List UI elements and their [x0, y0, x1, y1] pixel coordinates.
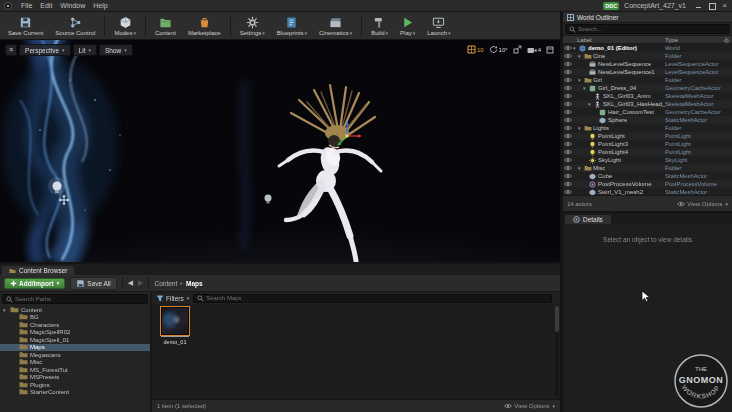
- toolbar-button-settings[interactable]: Settings▾: [234, 13, 271, 39]
- translate-snap-toggle[interactable]: 10: [467, 45, 484, 54]
- visibility-eye-icon[interactable]: [563, 77, 573, 83]
- outliner-row[interactable]: ▾CineFolder: [563, 52, 732, 60]
- menu-help[interactable]: Help: [89, 2, 111, 9]
- asset-grid[interactable]: demo_01: [152, 304, 560, 399]
- actor-type: PointLight: [665, 133, 691, 139]
- details-tab[interactable]: Details: [565, 215, 611, 224]
- close-button[interactable]: ×: [721, 2, 728, 9]
- visibility-eye-icon[interactable]: [563, 117, 573, 123]
- outliner-row[interactable]: ▾Girl_Dress_04GeometryCacheActor: [563, 84, 732, 92]
- visibility-eye-icon[interactable]: [563, 125, 573, 131]
- toolbar-button-launch[interactable]: Launch▾: [421, 13, 456, 39]
- forward-button[interactable]: ▶: [138, 279, 143, 287]
- toolbar-button-cinematics[interactable]: Cinematics▾: [313, 13, 358, 39]
- outliner-row[interactable]: PointLight4PointLight: [563, 148, 732, 156]
- visibility-eye-icon[interactable]: [563, 61, 573, 67]
- maximize-button[interactable]: [708, 2, 715, 9]
- outliner-row[interactable]: ▾MiscFolder: [563, 164, 732, 172]
- viewport-options-menu-icon[interactable]: ≡: [5, 44, 17, 56]
- outliner-footer: 14 actors View Options ▾: [563, 195, 732, 211]
- actor-type: PostProcessVolume: [665, 181, 717, 187]
- outliner-row[interactable]: PointLight3PointLight: [563, 140, 732, 148]
- toolbar-button-marketplace[interactable]: Marketplace: [182, 13, 227, 39]
- folder-icon: [19, 388, 28, 396]
- menu-window[interactable]: Window: [56, 2, 89, 9]
- outliner-row[interactable]: NewLevelSequence1LevelSequenceActor: [563, 68, 732, 76]
- toolbar-button-source-control[interactable]: Source Control: [49, 13, 101, 39]
- viewport-lit-button[interactable]: Lit▾: [73, 44, 97, 56]
- visibility-eye-icon[interactable]: [563, 45, 573, 51]
- world-outliner-tab[interactable]: World Outliner: [563, 12, 732, 23]
- filters-button[interactable]: Filters ▾: [156, 295, 189, 302]
- outliner-row[interactable]: SKL_Girl03_AnimSkeletalMeshActor: [563, 92, 732, 100]
- level-viewport[interactable]: ≡ Perspective▾Lit▾Show▾ 10 10° 4: [0, 40, 560, 262]
- outliner-row[interactable]: ▾demo_01 (Editor)World: [563, 44, 732, 52]
- search-assets-input[interactable]: Search Maps: [193, 294, 552, 303]
- actor-type: SkeletalMeshActor: [665, 101, 713, 107]
- visibility-eye-icon[interactable]: [563, 85, 573, 91]
- maximize-viewport-button[interactable]: [546, 46, 554, 54]
- visibility-eye-icon[interactable]: [563, 69, 573, 75]
- visibility-eye-icon[interactable]: [563, 165, 573, 171]
- toolbar-button-build[interactable]: Build▾: [365, 13, 394, 39]
- column-type[interactable]: Type: [665, 37, 678, 43]
- outliner-row[interactable]: PointLightPointLight: [563, 132, 732, 140]
- actor-label: PointLight4: [598, 149, 628, 155]
- viewport-show-button[interactable]: Show▾: [99, 44, 133, 56]
- camera-speed-button[interactable]: 4: [527, 46, 541, 54]
- outliner-row[interactable]: ▾SKL_Girl03_HasHead_AnimSkeletalMeshActo…: [563, 100, 732, 108]
- viewport-perspective-button[interactable]: Perspective▾: [19, 44, 70, 56]
- search-paths-input[interactable]: Search Paths: [2, 294, 148, 304]
- rotate-snap-toggle[interactable]: 10°: [489, 45, 508, 54]
- toolbar-button-save-current[interactable]: Save Current: [2, 13, 49, 39]
- outliner-view-options-button[interactable]: View Options ▾: [677, 201, 728, 207]
- breadcrumb-content[interactable]: Content: [154, 280, 177, 287]
- add-import-button[interactable]: Add/Import ▾: [4, 278, 65, 289]
- toolbar-button-modes[interactable]: Modes▾: [108, 13, 142, 39]
- toolbar-button-play[interactable]: Play▾: [394, 13, 421, 39]
- content-tree-item-startercontent[interactable]: StarterContent: [0, 389, 150, 397]
- toolbar-button-blueprints[interactable]: Blueprints▾: [271, 13, 313, 39]
- visibility-eye-icon[interactable]: [563, 189, 573, 195]
- outliner-row[interactable]: NewLevelSequenceLevelSequenceActor: [563, 60, 732, 68]
- viewport-mode-buttons: Perspective▾Lit▾Show▾: [19, 44, 133, 56]
- cb-view-options-button[interactable]: View Options ▾: [504, 403, 555, 409]
- actor-label: Cube: [598, 173, 612, 179]
- visibility-eye-icon[interactable]: [563, 109, 573, 115]
- visibility-eye-icon[interactable]: [563, 53, 573, 59]
- asset-tile-demo-01[interactable]: demo_01: [160, 307, 190, 345]
- content-browser-tab[interactable]: Content Browser: [2, 266, 74, 275]
- asset-status-bar: 1 item (1 selected) View Options ▾: [152, 399, 560, 412]
- outliner-row[interactable]: PostProcessVolumePostProcessVolume: [563, 180, 732, 188]
- toolbar-button-content[interactable]: Content: [149, 13, 182, 39]
- visibility-eye-icon[interactable]: [563, 181, 573, 187]
- minimize-button[interactable]: [695, 2, 702, 9]
- outliner-row[interactable]: ▾LightsFolder: [563, 124, 732, 132]
- menu-edit[interactable]: Edit: [36, 2, 56, 9]
- menu-file[interactable]: File: [17, 2, 36, 9]
- outliner-row[interactable]: Hair_CustomTestGeometryCacheActor: [563, 108, 732, 116]
- breadcrumb-maps[interactable]: Maps: [186, 280, 203, 287]
- visibility-eye-icon[interactable]: [563, 157, 573, 163]
- visibility-eye-icon[interactable]: [563, 101, 573, 107]
- scale-snap-toggle[interactable]: [513, 45, 522, 54]
- outliner-row[interactable]: ▾GirlFolder: [563, 76, 732, 84]
- source-control-icon: [69, 16, 82, 29]
- outliner-row[interactable]: SphereStaticMeshActor: [563, 116, 732, 124]
- visibility-eye-icon[interactable]: [563, 133, 573, 139]
- outliner-search-input[interactable]: Search...: [565, 24, 730, 34]
- actor-type: Folder: [665, 165, 681, 171]
- outliner-row[interactable]: SkyLightSkyLight: [563, 156, 732, 164]
- visibility-eye-icon[interactable]: [563, 141, 573, 147]
- back-button[interactable]: ◀: [128, 279, 133, 287]
- outliner-row[interactable]: Swirl_V1_mesh2StaticMeshActor: [563, 188, 732, 195]
- sequence-icon: [589, 61, 598, 67]
- column-label[interactable]: Label: [577, 37, 592, 43]
- visibility-eye-icon[interactable]: [563, 149, 573, 155]
- visibility-eye-icon[interactable]: [563, 173, 573, 179]
- main-toolbar-buttons: Save CurrentSource ControlModes▾ContentM…: [2, 13, 456, 39]
- visibility-eye-icon[interactable]: [563, 93, 573, 99]
- save-all-button[interactable]: Save All: [70, 277, 117, 290]
- outliner-row[interactable]: CubeStaticMeshActor: [563, 172, 732, 180]
- asset-grid-scrollbar[interactable]: [555, 306, 559, 396]
